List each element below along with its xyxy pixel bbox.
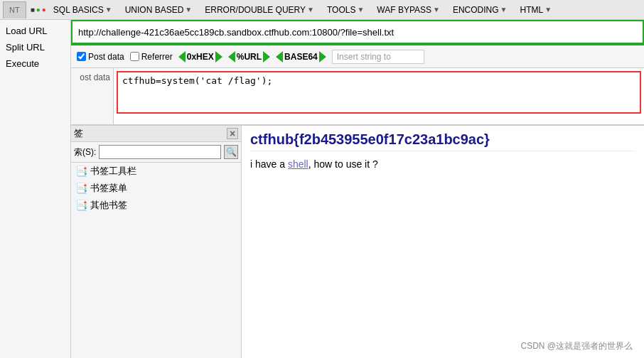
nav-html[interactable]: HTML ▼ (515, 4, 558, 16)
sidebar-item-load-url[interactable]: Load URL (0, 23, 70, 39)
post-input-wrapper: ctfhub=system('cat /flag'); (114, 68, 644, 124)
nav-union-based[interactable]: UNION BASED ▼ (119, 4, 198, 16)
url-encode-group: %URL (228, 51, 270, 63)
current-tab[interactable]: NT (3, 1, 26, 18)
tools-arrow: ▼ (357, 6, 364, 13)
bookmark-item-other[interactable]: 📑 其他书签 (71, 197, 241, 214)
bookmarks-search-input[interactable] (99, 145, 221, 159)
output-text: i have a shell, how to use it ? (250, 157, 635, 172)
post-area: ost data ctfhub=system('cat /flag'); (71, 68, 644, 125)
base64-arrow-right[interactable] (319, 51, 326, 63)
toolbar-row: Post data Referrer 0xHEX %URL BASE (71, 45, 644, 68)
url-bar (71, 20, 644, 45)
hex-arrow-left[interactable] (178, 51, 186, 63)
referrer-checkbox-label[interactable]: Referrer (130, 52, 173, 62)
waf-bypass-arrow: ▼ (433, 6, 440, 13)
post-data-checkbox[interactable] (77, 52, 86, 61)
top-nav: NT ■ ● ● SQL BASICS ▼ UNION BASED ▼ ERRO… (0, 0, 644, 20)
output-flag: ctfhub{f2b453955e0f17c23a1bc9ac} (250, 131, 635, 151)
insert-string-box: Insert string to (332, 50, 424, 64)
referrer-checkbox[interactable] (130, 52, 139, 61)
union-based-arrow: ▼ (185, 6, 192, 13)
tab-indicator: NT (9, 6, 20, 14)
sidebar-item-split-url[interactable]: Split URL (0, 39, 70, 55)
content-area: Post data Referrer 0xHEX %URL BASE (71, 20, 644, 358)
sql-basics-arrow: ▼ (105, 6, 112, 13)
bookmark-item-menu[interactable]: 📑 书签菜单 (71, 180, 241, 197)
nav-encoding[interactable]: ENCODING ▼ (447, 4, 513, 16)
nav-tools[interactable]: TOOLS ▼ (321, 4, 370, 16)
bookmark-icon-toolbar: 📑 (75, 166, 87, 177)
watermark: CSDN @这就是强者的世界么 (520, 340, 633, 352)
hex-encode-group: 0xHEX (178, 51, 222, 63)
shell-link[interactable]: shell (288, 158, 308, 170)
dot-green: ● (36, 6, 41, 13)
url-arrow-right[interactable] (263, 51, 270, 63)
hex-arrow-right[interactable] (215, 51, 222, 63)
search-label: 索(S): (74, 146, 96, 158)
bookmarks-search-row: 索(S): 🔍 (71, 142, 241, 163)
base64-arrow-left[interactable] (276, 51, 283, 63)
output-panel: ctfhub{f2b453955e0f17c23a1bc9ac} i have … (242, 126, 644, 358)
nav-waf-bypass[interactable]: WAF BYPASS ▼ (371, 4, 446, 16)
bookmark-icon-other: 📑 (75, 200, 87, 211)
base64-encode-group: BASE64 (276, 51, 326, 63)
sidebar: Load URL Split URL Execute (0, 20, 71, 358)
nav-error-double[interactable]: ERROR/DOUBLE QUERY ▼ (199, 4, 320, 16)
url-input[interactable] (71, 20, 644, 44)
url-arrow-left[interactable] (228, 51, 235, 63)
bookmarks-close-btn[interactable]: × (227, 128, 238, 139)
bookmarks-header: 签 × (71, 126, 241, 142)
dot-black: ■ (31, 6, 35, 13)
post-data-checkbox-label[interactable]: Post data (77, 52, 124, 62)
html-arrow: ▼ (544, 6, 552, 13)
bookmarks-search-btn[interactable]: 🔍 (224, 145, 238, 159)
nav-sql-basics[interactable]: SQL BASICS ▼ (48, 4, 118, 16)
bookmark-icon-menu: 📑 (75, 183, 87, 194)
bookmark-item-toolbar[interactable]: 📑 书签工具栏 (71, 163, 241, 180)
sidebar-item-execute[interactable]: Execute (0, 55, 70, 72)
encoding-arrow: ▼ (500, 6, 508, 13)
search-icon: 🔍 (226, 147, 237, 157)
dot-red: ● (42, 6, 46, 13)
bookmarks-panel: 签 × 索(S): 🔍 📑 书签工具栏 📑 (71, 126, 242, 358)
post-data-input[interactable]: ctfhub=system('cat /flag'); (117, 71, 641, 114)
error-double-arrow: ▼ (307, 6, 314, 13)
bottom-area: 签 × 索(S): 🔍 📑 书签工具栏 📑 (71, 125, 644, 358)
post-label: ost data (71, 68, 114, 124)
main-area: Load URL Split URL Execute Post data Ref… (0, 20, 644, 358)
